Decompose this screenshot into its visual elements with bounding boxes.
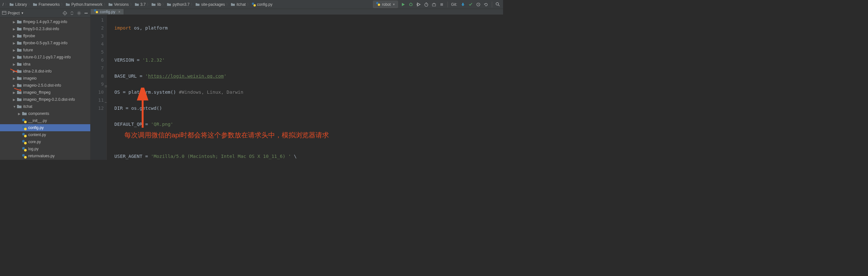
line-gutter[interactable]: 1 2 3 4 5 6 7 8 ⊟9 10 ⌙11 12 [91, 15, 107, 160]
breadcrumb-item[interactable]: itchat [231, 2, 246, 7]
navigation-bar: / 〉 Library 〉 Frameworks 〉 Python.framew… [0, 0, 503, 9]
tree-item[interactable]: ▶idna [0, 61, 90, 68]
tree-item[interactable]: returnvalues.py [0, 152, 90, 160]
run-button[interactable] [401, 2, 406, 7]
tree-item-label: config.py [28, 126, 44, 130]
project-panel: Project ▼ ▶ffmpeg-1.4-py3.7.egg-info▶ffm… [0, 9, 91, 160]
tree-item-label: log.py [28, 147, 38, 151]
code-content[interactable]: import os, platform VERSION = '1.2.32' B… [107, 15, 503, 160]
locate-icon[interactable] [63, 11, 67, 15]
divider [447, 2, 448, 7]
tree-item[interactable]: ▶future [0, 46, 90, 54]
tree-arrow-icon[interactable]: ▶ [13, 77, 16, 80]
folder-icon [65, 3, 70, 6]
tree-arrow-icon[interactable]: ▶ [13, 91, 16, 94]
git-revert-button[interactable] [484, 2, 489, 7]
tree-item-label: ffprobe-0.5-py3.7.egg-info [23, 41, 67, 45]
tab-label: config.py [100, 10, 115, 14]
tree-item[interactable]: core.py [0, 138, 90, 145]
breadcrumb-item[interactable]: python3.7 [167, 2, 189, 7]
svg-point-34 [22, 140, 25, 142]
folder-icon [167, 3, 171, 6]
git-commit-button[interactable] [468, 2, 473, 7]
tree-item[interactable]: ▶imageio_ffmpeg-0.2.0.dist-info [0, 96, 90, 103]
breadcrumb-root[interactable]: / [3, 2, 3, 7]
breadcrumb-item[interactable]: Frameworks [33, 2, 60, 7]
profile-button[interactable] [424, 2, 429, 7]
folder-icon [17, 90, 22, 95]
python-file-icon [22, 154, 27, 158]
tree-item[interactable]: ▶idna-2.8.dist-info [0, 68, 90, 75]
svg-point-21 [65, 13, 65, 14]
tree-item[interactable]: ▶ffprobe-0.5-py3.7.egg-info [0, 39, 90, 46]
folder-icon [17, 62, 22, 66]
tree-arrow-icon[interactable]: ▶ [13, 34, 16, 38]
editor-tab-config[interactable]: config.py × [91, 9, 124, 14]
tree-item[interactable]: ▶ffmpy3-0.2.3.dist-info [0, 25, 90, 32]
tree-item-label: itchat [23, 104, 32, 109]
tree-item[interactable]: ▶imageio-2.5.0.dist-info [0, 82, 90, 89]
folder-icon [17, 48, 22, 52]
breadcrumb-item[interactable]: lib [151, 2, 161, 7]
python-icon [376, 2, 380, 7]
project-panel-title[interactable]: Project ▼ [2, 10, 63, 16]
breadcrumb-item[interactable]: Library [9, 2, 27, 7]
run-configuration-selector[interactable]: robot ▼ [373, 1, 398, 8]
coverage-button[interactable] [416, 2, 421, 7]
hide-icon[interactable] [84, 11, 88, 15]
folder-icon [17, 83, 22, 88]
tree-arrow-icon[interactable]: ▶ [13, 41, 16, 45]
tree-item[interactable]: ▶ffprobe [0, 32, 90, 39]
tree-arrow-icon[interactable]: ▶ [13, 48, 16, 52]
git-update-button[interactable] [460, 2, 465, 7]
tree-arrow-icon[interactable]: ▶ [13, 84, 16, 87]
expand-all-icon[interactable] [70, 11, 74, 15]
tree-item-label: __init__.py [28, 118, 47, 123]
svg-point-39 [24, 156, 27, 159]
tree-arrow-icon[interactable]: ▶ [13, 27, 16, 31]
tree-arrow-icon[interactable]: ▶ [13, 20, 16, 24]
tree-item-label: idna-2.8.dist-info [23, 69, 52, 73]
tree-arrow-icon[interactable]: ▶ [13, 56, 16, 59]
folder-icon [17, 97, 22, 102]
tree-arrow-icon[interactable]: ▶ [13, 98, 16, 101]
tree-item[interactable]: log.py [0, 145, 90, 152]
tree-item[interactable]: ▶imageio [0, 75, 90, 82]
tree-item[interactable]: content.py [0, 131, 90, 138]
breadcrumb[interactable]: / 〉 Library 〉 Frameworks 〉 Python.framew… [3, 2, 373, 7]
breadcrumb-file[interactable]: config.py [251, 2, 272, 7]
settings-icon[interactable] [77, 11, 81, 15]
python-file-icon [22, 147, 27, 151]
code-editor[interactable]: 1 2 3 4 5 6 7 8 ⊟9 10 ⌙11 12 import os, … [91, 15, 503, 160]
folder-icon [22, 111, 27, 116]
breadcrumb-item[interactable]: 3.7 [134, 2, 146, 7]
breadcrumb-item[interactable]: Python.framework [65, 2, 102, 7]
tree-item-label: imageio-2.5.0.dist-info [23, 83, 61, 88]
tree-arrow-icon[interactable]: ▶ [13, 70, 16, 73]
tree-arrow-icon[interactable]: ▶ [18, 112, 21, 115]
tree-item[interactable]: ▼itchat [0, 103, 90, 110]
tree-item[interactable]: config.py [0, 124, 90, 131]
folder-icon [17, 34, 22, 38]
annotation-text: 每次调用微信的api时都会将这个参数放在请求头中，模拟浏览器请求 [124, 131, 329, 139]
svg-point-37 [24, 149, 27, 151]
breadcrumb-item[interactable]: site-packages [195, 2, 225, 7]
breadcrumb-item[interactable]: Versions [108, 2, 129, 7]
stop-button[interactable] [439, 2, 444, 7]
tree-item[interactable]: ▶ffmpeg-1.4-py3.7.egg-info [0, 18, 90, 25]
attach-button[interactable] [431, 2, 437, 7]
close-icon[interactable]: × [118, 10, 121, 14]
tree-item-label: ffmpy3-0.2.3.dist-info [23, 27, 59, 31]
tree-arrow-icon[interactable]: ▼ [13, 105, 16, 108]
folder-icon [17, 104, 22, 109]
search-button[interactable] [495, 2, 500, 7]
tree-item[interactable]: ▶future-0.17.1-py3.7.egg-info [0, 54, 90, 61]
tree-item[interactable]: ▶components [0, 110, 90, 117]
debug-button[interactable] [408, 2, 413, 7]
tree-item[interactable]: __init__.py [0, 117, 90, 124]
tree-arrow-icon[interactable]: ▶ [13, 63, 16, 66]
git-history-button[interactable] [476, 2, 481, 7]
svg-point-36 [22, 147, 25, 149]
tree-item[interactable]: ▶imageio_ffmpeg [0, 89, 90, 96]
project-tree[interactable]: ▶ffmpeg-1.4-py3.7.egg-info▶ffmpy3-0.2.3.… [0, 18, 90, 160]
